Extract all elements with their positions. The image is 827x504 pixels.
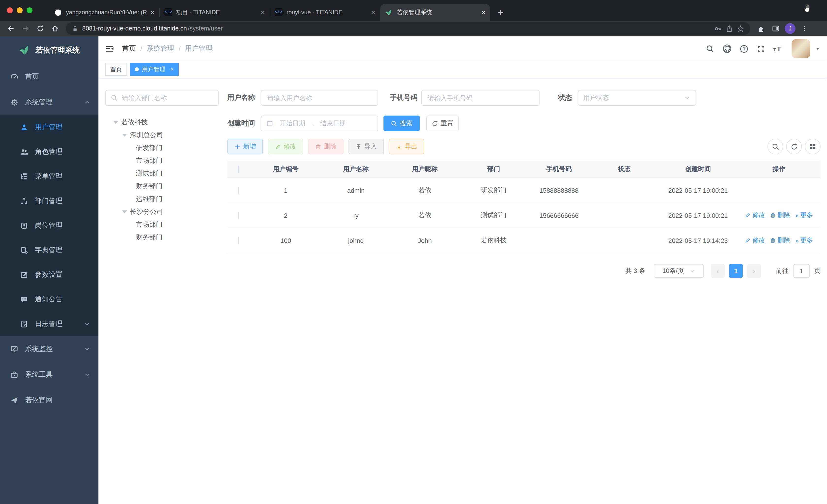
add-button[interactable]: 新增 [228, 139, 263, 154]
browser-menu-kebab-icon[interactable] [798, 22, 810, 35]
tree-node-label: 研发部门 [136, 144, 162, 153]
tree-node-leaf[interactable]: 运维部门 [105, 193, 218, 206]
prev-page-button[interactable]: ‹ [711, 264, 725, 278]
search-icon [391, 120, 397, 127]
share-icon[interactable] [726, 25, 733, 32]
sidebar-item-user-management[interactable]: 用户管理 [0, 115, 98, 139]
log-icon [20, 320, 28, 328]
sidebar-item-param-settings[interactable]: 参数设置 [0, 263, 98, 287]
bookmark-star-icon[interactable] [737, 25, 744, 32]
tag-user-management[interactable]: 用户管理 × [130, 63, 179, 76]
row-edit-link[interactable]: 修改 [745, 211, 765, 220]
sidebar-item-system-monitor[interactable]: 系统监控 [0, 336, 98, 362]
sidebar-item-system-management[interactable]: 系统管理 [0, 90, 98, 115]
goto-label: 前往 [776, 267, 789, 275]
sidebar-item-log-management[interactable]: 日志管理 [0, 312, 98, 336]
back-button[interactable] [5, 22, 17, 35]
github-icon[interactable] [723, 44, 731, 53]
tree-expand-icon[interactable] [122, 134, 127, 137]
next-page-button[interactable]: › [747, 264, 761, 278]
row-more-link[interactable]: »更多 [795, 211, 813, 220]
window-zoom-button[interactable] [27, 7, 33, 13]
row-more-link[interactable]: »更多 [795, 236, 813, 245]
window-close-button[interactable] [7, 7, 13, 13]
tree-node-branch[interactable]: 深圳总公司 [105, 129, 218, 142]
column-settings-button[interactable] [805, 139, 821, 154]
row-checkbox[interactable] [238, 212, 239, 219]
extensions-puzzle-icon[interactable] [755, 22, 767, 35]
select-all-checkbox[interactable] [238, 165, 239, 173]
tag-close-icon[interactable]: × [170, 66, 174, 73]
tree-expand-icon[interactable] [113, 121, 118, 124]
tree-node-root[interactable]: 若依科技 [105, 116, 218, 129]
sidebar-item-system-tools[interactable]: 系统工具 [0, 362, 98, 387]
tree-node-leaf[interactable]: 财务部门 [105, 231, 218, 244]
sidebar-collapse-icon[interactable] [105, 45, 114, 53]
export-button[interactable]: 导出 [389, 139, 424, 154]
tag-home[interactable]: 首页 [105, 63, 127, 76]
user-avatar[interactable] [791, 39, 810, 58]
import-button[interactable]: 导入 [348, 139, 384, 154]
address-bar[interactable]: 8081-rouyi-vue-demo.cloud.titanide.cn/sy… [66, 22, 750, 35]
avatar-caret-down-icon[interactable] [815, 46, 821, 52]
dept-search-input[interactable] [121, 94, 213, 102]
fullscreen-icon[interactable] [757, 45, 765, 53]
app-logo[interactable]: 若依管理系统 [0, 37, 98, 64]
goto-page-input[interactable] [793, 264, 810, 278]
reset-button[interactable]: 重置 [426, 116, 459, 131]
window-minimize-button[interactable] [17, 7, 22, 13]
password-key-icon[interactable] [714, 25, 722, 32]
tab-close-icon[interactable]: × [481, 8, 485, 16]
dept-tree-panel: 若依科技 深圳总公司 研发部门 市场部门 测试部门 财务部门 运维部门 长沙分公… [105, 90, 218, 504]
row-delete-link[interactable]: 删除 [770, 236, 790, 245]
browser-tab-github[interactable]: yangzongzhuan/RuoYi-Vue: (Ru × [49, 4, 159, 21]
tab-close-icon[interactable]: × [371, 8, 375, 16]
row-edit-link[interactable]: 修改 [745, 236, 765, 245]
sidebar-item-menu-management[interactable]: 菜单管理 [0, 164, 98, 189]
forward-button[interactable] [20, 22, 32, 35]
side-panel-icon[interactable] [770, 22, 782, 35]
browser-tab-ruoyi-active[interactable]: 若依管理系统 × [380, 4, 490, 21]
sidebar-item-ruoyi-website[interactable]: 若依官网 [0, 387, 98, 413]
breadcrumb-system[interactable]: 系统管理 [147, 44, 174, 53]
sidebar-item-notice[interactable]: 通知公告 [0, 287, 98, 312]
tree-node-leaf[interactable]: 研发部门 [105, 142, 218, 154]
row-delete-link[interactable]: 删除 [770, 211, 790, 220]
status-select[interactable]: 用户状态 [578, 90, 696, 106]
edit-button[interactable]: 修改 [268, 139, 303, 154]
tree-node-leaf[interactable]: 测试部门 [105, 167, 218, 180]
tab-close-icon[interactable]: × [151, 8, 155, 16]
tree-node-branch[interactable]: 长沙分公司 [105, 206, 218, 218]
tab-close-icon[interactable]: × [261, 8, 265, 16]
new-tab-button[interactable]: + [493, 5, 508, 20]
header-search-icon[interactable] [706, 45, 714, 53]
sidebar-item-home[interactable]: 首页 [0, 64, 98, 90]
toggle-search-button[interactable] [768, 139, 783, 154]
row-checkbox[interactable] [238, 186, 239, 194]
browser-tab-titanide-project[interactable]: <t> 项目 - TITANIDE × [159, 4, 270, 21]
browser-tab-rouyi-vue[interactable]: <t> rouyi-vue - TITANIDE × [270, 4, 380, 21]
tree-node-leaf[interactable]: 市场部门 [105, 154, 218, 167]
search-button[interactable]: 搜索 [384, 116, 420, 131]
sidebar-item-role-management[interactable]: 角色管理 [0, 139, 98, 164]
tree-node-leaf[interactable]: 财务部门 [105, 180, 218, 193]
reload-button[interactable] [35, 22, 46, 35]
sidebar-item-dict-management[interactable]: 字典管理 [0, 238, 98, 263]
current-page-button[interactable]: 1 [729, 264, 743, 278]
tree-expand-icon[interactable] [122, 211, 127, 213]
home-button[interactable] [49, 22, 61, 35]
refresh-table-button[interactable] [786, 139, 802, 154]
delete-button[interactable]: 删除 [308, 139, 344, 154]
page-size-select[interactable]: 10条/页 [654, 264, 704, 278]
font-size-icon[interactable] [773, 45, 783, 53]
phone-input[interactable] [421, 90, 539, 106]
sidebar-item-dept-management[interactable]: 部门管理 [0, 189, 98, 213]
help-question-icon[interactable] [740, 45, 748, 53]
sidebar-item-post-management[interactable]: 岗位管理 [0, 213, 98, 238]
username-input[interactable] [261, 90, 378, 106]
browser-profile-avatar[interactable]: J [785, 23, 795, 34]
breadcrumb-home[interactable]: 首页 [122, 44, 136, 53]
row-checkbox[interactable] [238, 237, 239, 244]
tree-node-leaf[interactable]: 市场部门 [105, 218, 218, 231]
date-range-picker[interactable]: 开始日期 - 结束日期 [261, 116, 378, 131]
